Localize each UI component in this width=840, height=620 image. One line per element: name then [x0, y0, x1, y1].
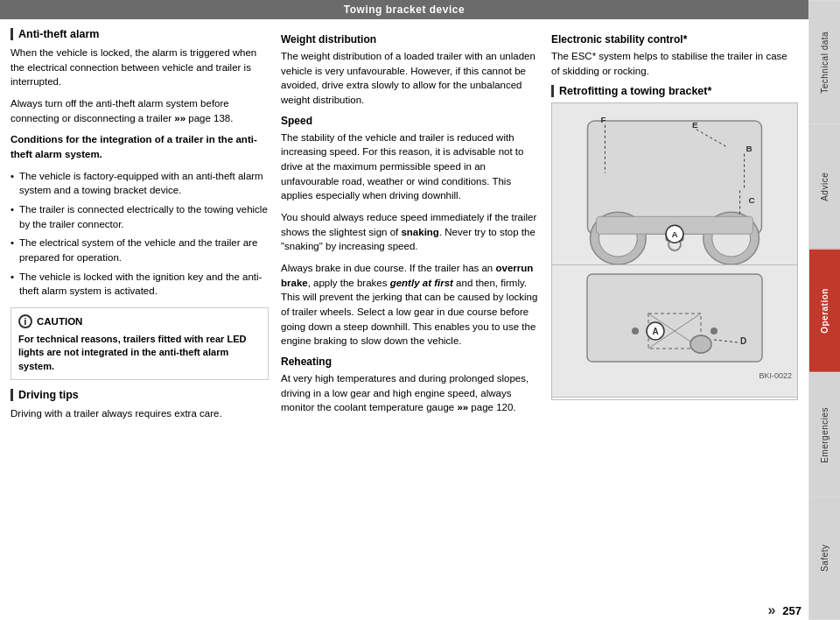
- retrofitting-section: Retrofitting a towing bracket*: [551, 85, 798, 400]
- reheating-title: Reheating: [281, 356, 539, 368]
- speed-title: Speed: [281, 115, 539, 127]
- fig-code: BKI-0022: [759, 371, 792, 380]
- brake-para: Always brake in due course. If the trail…: [281, 261, 539, 349]
- anti-theft-section: Anti-theft alarm When the vehicle is loc…: [10, 28, 269, 380]
- page-number: 257: [782, 604, 802, 617]
- footer-arrow: »: [767, 602, 775, 618]
- svg-text:D: D: [740, 336, 746, 346]
- caution-label: CAUTION: [37, 316, 82, 327]
- svg-text:E: E: [692, 120, 698, 130]
- sidebar-tab-technical-label: Technical data: [820, 32, 830, 94]
- svg-point-27: [632, 328, 639, 335]
- sidebar-tab-operation[interactable]: Operation: [809, 249, 840, 373]
- retrofitting-title: Retrofitting a towing bracket*: [551, 85, 798, 97]
- conditions-title: Conditions for the integration of a trai…: [10, 132, 269, 161]
- sidebar-tab-technical[interactable]: Technical data: [809, 0, 840, 124]
- esc-title: Electronic stability control*: [551, 33, 798, 46]
- speed-body: The stability of the vehicle and trailer…: [281, 130, 539, 203]
- caution-icon: i: [18, 314, 32, 328]
- svg-text:B: B: [746, 144, 752, 153]
- left-column: Anti-theft alarm When the vehicle is loc…: [10, 28, 269, 592]
- speed-section: Speed The stability of the vehicle and t…: [281, 115, 539, 349]
- top-bar-title: Towing bracket device: [344, 4, 465, 16]
- right-sidebar: Technical data Advice Operation Emergenc…: [808, 0, 840, 620]
- anti-theft-para2: Always turn off the anti-theft alarm sys…: [10, 96, 269, 125]
- mid-column: Weight distribution The weight distribut…: [281, 28, 539, 592]
- svg-text:F: F: [600, 115, 606, 124]
- driving-tips-section: Driving tips Driving with a trailer alwa…: [10, 389, 269, 421]
- esc-body: The ESC* system helps to stabilise the t…: [551, 49, 798, 78]
- diagram-caption: Fig. 235 Attachment points for towing br…: [552, 397, 797, 400]
- reheating-body: At very high temperatures and during pro…: [281, 371, 539, 415]
- esc-section: Electronic stability control* The ESC* s…: [551, 33, 798, 78]
- sidebar-tab-advice-label: Advice: [820, 173, 830, 201]
- bullet-2: The trailer is connected electrically to…: [10, 202, 269, 231]
- sidebar-tab-operation-label: Operation: [820, 288, 830, 334]
- anti-theft-para1: When the vehicle is locked, the alarm is…: [10, 46, 269, 89]
- svg-point-22: [690, 335, 711, 353]
- bullet-1: The vehicle is factory-equipped with an …: [10, 169, 269, 198]
- anti-theft-title: Anti-theft alarm: [10, 28, 269, 40]
- sidebar-tab-safety[interactable]: Safety: [809, 497, 840, 620]
- diagram-top: A F E B C: [552, 103, 797, 265]
- sidebar-tab-advice[interactable]: Advice: [809, 124, 840, 249]
- reheating-section: Reheating At very high temperatures and …: [281, 356, 539, 415]
- caution-box: i CAUTION For technical reasons, trailer…: [10, 307, 269, 380]
- bullet-list: The vehicle is factory-equipped with an …: [10, 169, 269, 299]
- svg-point-28: [710, 328, 718, 335]
- car-diagram-top: A F E B C: [552, 103, 797, 264]
- driving-tips-body: Driving with a trailer always requires e…: [10, 406, 269, 421]
- right-column: Electronic stability control* The ESC* s…: [551, 28, 798, 592]
- sidebar-tab-emergencies[interactable]: Emergencies: [809, 372, 840, 497]
- sidebar-tab-emergencies-label: Emergencies: [820, 407, 830, 463]
- bullet-3: The electrical system of the vehicle and…: [10, 236, 269, 264]
- diagram-container: A F E B C: [551, 102, 798, 400]
- driving-tips-title: Driving tips: [10, 389, 269, 401]
- caution-body: For technical reasons, trailers fitted w…: [18, 333, 261, 373]
- weight-dist-body: The weight distribution of a loaded trai…: [281, 49, 539, 108]
- weight-dist-title: Weight distribution: [281, 33, 539, 46]
- top-bar: Towing bracket device: [0, 0, 808, 19]
- weight-distribution-section: Weight distribution The weight distribut…: [281, 33, 539, 108]
- bullet-4: The vehicle is locked with the ignition …: [10, 270, 269, 299]
- sidebar-tab-safety-label: Safety: [820, 545, 830, 572]
- svg-text:A: A: [671, 230, 677, 240]
- speed-snaking: You should always reduce speed immediate…: [281, 210, 539, 254]
- svg-text:C: C: [749, 196, 755, 206]
- page-footer: » 257: [0, 601, 808, 620]
- caution-header: i CAUTION: [18, 314, 261, 328]
- svg-text:A: A: [652, 327, 658, 336]
